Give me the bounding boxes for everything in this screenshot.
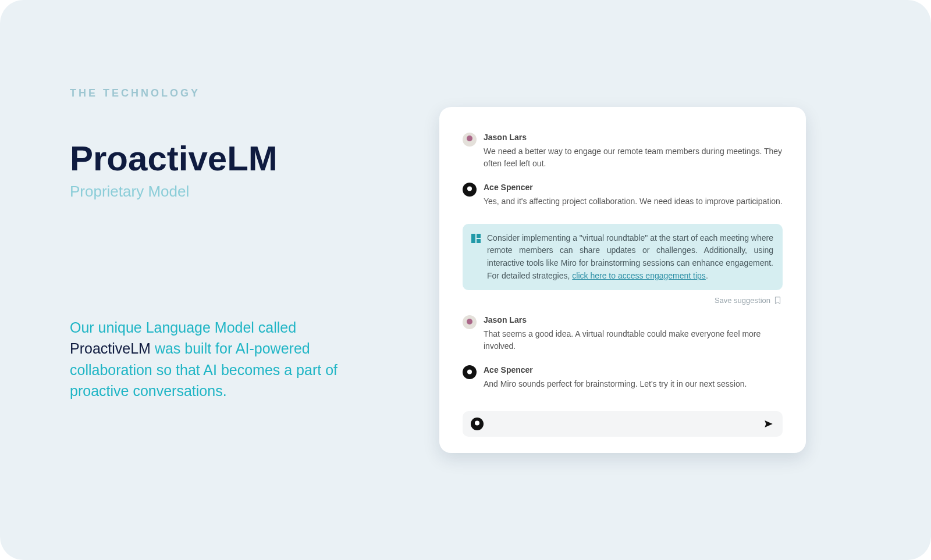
eyebrow-label: THE TECHNOLOGY — [70, 87, 343, 99]
avatar — [463, 365, 477, 379]
input-avatar — [471, 418, 484, 430]
chat-message: Jason Lars That seems a good idea. A vir… — [463, 315, 783, 352]
right-column: Jason Lars We need a better way to engag… — [378, 35, 867, 525]
svg-rect-1 — [477, 234, 481, 238]
message-body: Jason Lars That seems a good idea. A vir… — [484, 315, 783, 352]
avatar — [463, 133, 477, 147]
description-strong: ProactiveLM — [70, 340, 151, 356]
chat-message: Jason Lars We need a better way to engag… — [463, 133, 783, 170]
message-text: We need a better way to engage our remot… — [484, 145, 783, 170]
message-body: Ace Spencer And Miro sounds perfect for … — [484, 365, 783, 390]
message-author: Ace Spencer — [484, 183, 783, 192]
chat-card: Jason Lars We need a better way to engag… — [439, 107, 806, 454]
message-text: Yes, and it's affecting project collabor… — [484, 195, 783, 208]
page-title: ProactiveLM — [70, 140, 343, 177]
left-column: THE TECHNOLOGY ProactiveLM Proprietary M… — [70, 35, 343, 525]
page-subtitle: Proprietary Model — [70, 183, 343, 201]
suggestion-link[interactable]: click here to access engagement tips — [572, 271, 706, 280]
message-body: Ace Spencer Yes, and it's affecting proj… — [484, 183, 783, 208]
page-container: THE TECHNOLOGY ProactiveLM Proprietary M… — [0, 0, 931, 560]
chat-message: Ace Spencer Yes, and it's affecting proj… — [463, 183, 783, 208]
send-icon — [763, 419, 774, 429]
message-text: That seems a good idea. A virtual roundt… — [484, 328, 783, 352]
message-author: Jason Lars — [484, 133, 783, 142]
suggestion-icon — [471, 233, 481, 244]
svg-rect-2 — [477, 239, 481, 243]
save-suggestion-button[interactable]: Save suggestion — [463, 296, 781, 305]
message-author: Jason Lars — [484, 315, 783, 324]
suggestion-text-post: . — [706, 271, 708, 280]
message-author: Ace Spencer — [484, 365, 783, 374]
save-suggestion-label: Save suggestion — [715, 296, 770, 305]
avatar — [463, 183, 477, 197]
send-button[interactable] — [763, 418, 774, 430]
ai-suggestion: Consider implementing a "virtual roundta… — [463, 224, 783, 291]
message-text: And Miro sounds perfect for brainstormin… — [484, 378, 783, 390]
description-pre: Our unique Language Model called — [70, 319, 296, 336]
page-description: Our unique Language Model called Proacti… — [70, 317, 343, 401]
suggestion-text: Consider implementing a "virtual roundta… — [487, 232, 773, 283]
message-input[interactable] — [489, 419, 757, 429]
avatar — [463, 315, 477, 329]
message-body: Jason Lars We need a better way to engag… — [484, 133, 783, 170]
svg-rect-0 — [471, 234, 475, 243]
chat-message: Ace Spencer And Miro sounds perfect for … — [463, 365, 783, 390]
message-input-bar — [463, 411, 783, 437]
bookmark-icon — [774, 297, 781, 304]
